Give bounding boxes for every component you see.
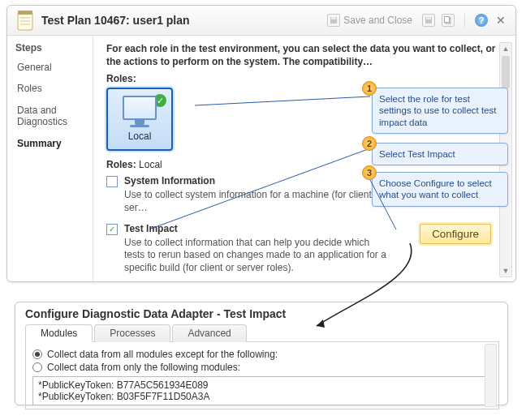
- callout-2: Select Test Impact: [372, 143, 508, 165]
- scroll-down-icon[interactable]: ▼: [500, 265, 511, 276]
- scroll-up-icon[interactable]: ▲: [500, 43, 511, 54]
- text-line: *PublicKeyToken: B03F5F7F11D50A3A: [38, 391, 486, 402]
- close-button[interactable]: ✕: [494, 14, 507, 27]
- svg-rect-8: [426, 17, 431, 19]
- configure-button[interactable]: Configure: [420, 224, 491, 244]
- save-icon: [327, 14, 340, 27]
- role-tile-label: Local: [108, 131, 171, 142]
- checkbox-test-impact[interactable]: ✓: [106, 224, 118, 235]
- monitor-icon: [123, 96, 157, 120]
- adapter-desc: Use to collect system information for a …: [124, 189, 392, 214]
- radio-label: Collect data from only the following mod…: [47, 362, 240, 373]
- checkbox-system-information[interactable]: [106, 176, 118, 187]
- dialog-title: Configure Diagnostic Data Adapter - Test…: [25, 307, 499, 320]
- radio-all-except[interactable]: [32, 349, 42, 359]
- text-line: *PublicKeyToken: B77A5C561934E089: [38, 379, 486, 391]
- roles-label: Roles:: [106, 73, 504, 84]
- callout-number-2: 2: [362, 136, 377, 151]
- adapter-desc: Use to collect information that can help…: [124, 237, 392, 275]
- notepad-icon: [15, 9, 35, 32]
- tab-advanced[interactable]: Advanced: [172, 324, 246, 342]
- sidebar-item-general[interactable]: General: [15, 57, 93, 78]
- copy-button[interactable]: [442, 14, 455, 27]
- scroll-thumb[interactable]: [502, 56, 510, 88]
- sidebar-item-roles[interactable]: Roles: [15, 78, 93, 99]
- page-title: Test Plan 10467: user1 plan: [41, 14, 190, 27]
- help-button[interactable]: ?: [475, 14, 488, 27]
- sidebar: Steps General Roles Data and Diagnostics…: [7, 36, 93, 284]
- svg-rect-10: [445, 17, 450, 23]
- callout-1: Select the role for test settings to use…: [372, 88, 508, 134]
- callout-3: Choose Configure to select what you want…: [372, 172, 508, 207]
- svg-rect-6: [331, 17, 336, 19]
- save-button[interactable]: [422, 14, 435, 27]
- titlebar: Test Plan 10467: user1 plan Save and Clo…: [7, 6, 515, 36]
- callout-number-3: 3: [362, 165, 377, 180]
- svg-rect-1: [18, 11, 32, 15]
- configure-dialog: Configure Diagnostic Data Adapter - Test…: [15, 302, 508, 405]
- callout-number-1: 1: [362, 81, 377, 96]
- save-and-close-label: Save and Close: [343, 15, 412, 26]
- sidebar-header: Steps: [15, 42, 93, 54]
- dialog-body: Collect data from all modules except for…: [25, 342, 499, 409]
- role-tile-local[interactable]: ✓ Local: [106, 88, 173, 151]
- save-and-close-button[interactable]: Save and Close: [324, 12, 416, 28]
- adapter-title: System Information: [124, 175, 215, 186]
- dialog-scrollbar[interactable]: [485, 344, 497, 407]
- intro-text: For each role in the test environment, y…: [106, 42, 504, 68]
- sidebar-item-data-diagnostics[interactable]: Data and Diagnostics: [15, 100, 93, 133]
- radio-only-following[interactable]: [32, 362, 42, 372]
- sidebar-item-summary[interactable]: Summary: [15, 133, 93, 154]
- tab-modules[interactable]: Modules: [25, 324, 93, 342]
- modules-textbox[interactable]: *PublicKeyToken: B77A5C561934E089 *Publi…: [32, 376, 492, 405]
- radio-label: Collect data from all modules except for…: [47, 349, 278, 360]
- tab-processes[interactable]: Processes: [94, 324, 170, 342]
- adapter-title: Test Impact: [124, 223, 178, 234]
- dialog-tabs: Modules Processes Advanced: [25, 324, 499, 342]
